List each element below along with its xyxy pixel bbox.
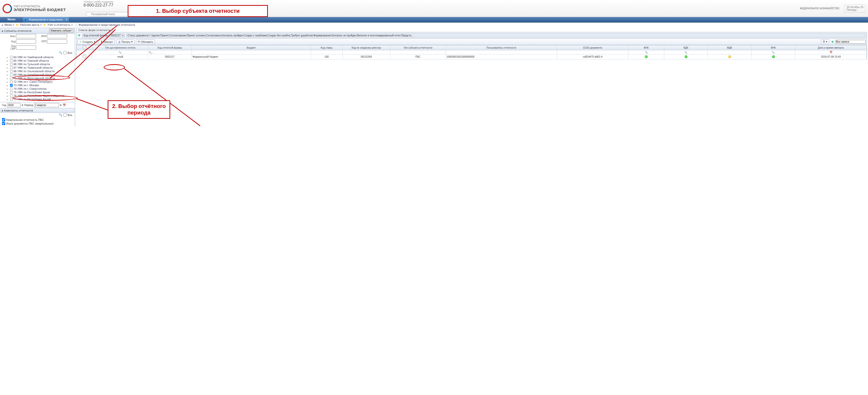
view-select[interactable] [836,40,866,44]
tree-item[interactable]: 77 УФК по Республике Алтай [7,97,74,101]
filter-code-input[interactable] [152,51,191,54]
col-subj[interactable]: Тип субъекта отчетности [390,45,446,50]
tree-checkbox[interactable] [10,63,13,66]
col-svod[interactable]: Код по сводному реестру [342,45,390,50]
col-glava[interactable]: Код главы [311,45,342,50]
col-code[interactable]: Код отчетной формы [148,45,191,50]
collapse-icon[interactable]: ▴ [2,109,3,112]
row-checkbox[interactable] [83,55,86,58]
col-budget[interactable]: Бюджет [191,45,311,50]
tab-formation[interactable]: 👥 Формирование и представле... ✕ [23,17,70,22]
tree-item[interactable]: 66 УФК по Тульской области [7,62,74,66]
filter-kpp-input[interactable] [47,39,67,44]
crumb-3[interactable]: Учет и отчетность [47,23,70,26]
column-filter-icon[interactable] [772,51,775,54]
col-date[interactable]: Дата и время импорта [795,45,867,50]
col-flk[interactable]: ФЛК [628,45,664,50]
column-filter-icon[interactable] [684,51,687,54]
filter-chip-status[interactable]: Статус документа = Удален;Принят;Согласо… [126,34,866,37]
tree-checkbox[interactable] [10,77,13,80]
tree-item[interactable]: 68 УФК по Ульяновской области [7,69,74,73]
tree-checkbox[interactable] [10,98,13,101]
funnel-icon[interactable]: ▼ [831,40,834,44]
expand-icon[interactable] [7,91,9,94]
tree-item[interactable]: 75 УФК по Республике Крым [7,90,74,94]
columns-button[interactable]: ☰▾ [821,39,829,44]
tree-item[interactable]: 73 УФК по г. Москве [7,83,74,87]
calendar-icon[interactable]: 📅 [830,51,832,54]
calendar-icon[interactable]: 📅 [63,104,66,107]
chip-close-icon[interactable]: ✕ [122,34,124,37]
filter-all-checkbox[interactable] [63,51,67,54]
crumb-4[interactable]: Формирование и представление отчетности [79,23,135,26]
tree-checkbox[interactable] [10,94,13,97]
tree-checkbox[interactable] [10,81,13,83]
tree-item[interactable]: 74 УФК по г. Севастополю [7,87,74,90]
expand-icon[interactable] [7,70,9,73]
col-vnk[interactable]: ВНК [751,45,795,50]
year-select[interactable] [7,103,21,107]
expand-icon[interactable] [7,63,9,66]
select-all-checkbox[interactable] [83,46,86,49]
expand-icon[interactable] [7,56,9,59]
menu-button[interactable]: Меню [0,17,23,22]
tree-checkbox[interactable] [10,84,13,87]
expand-icon[interactable] [7,98,9,101]
tree-checkbox[interactable] [10,56,13,59]
tree-item[interactable]: 69 УФК по Челябинской области [7,73,74,77]
tree-item[interactable]: 71 УФК по Ярославской области [7,77,74,80]
complect-item[interactable]: Квартальная отчетность ПБС [6,118,44,121]
complects-all-checkbox[interactable] [63,113,67,117]
search-icon[interactable]: 🔍 [59,51,62,54]
search-icon[interactable]: 🔍 [59,113,62,117]
col-guid[interactable]: GUID документа [557,45,628,50]
complect-checkbox[interactable] [2,118,5,121]
col-vdk[interactable]: ВДК [664,45,708,50]
refresh-button[interactable]: ⟳Обновить [136,39,155,44]
expand-icon[interactable] [7,59,9,62]
tree-checkbox[interactable] [10,66,13,69]
global-search-input[interactable] [86,12,131,16]
table-row[interactable]: чный 0503127 Федеральный бюджет 100 0013… [76,54,867,59]
expand-icon[interactable] [7,73,9,76]
crumb-2[interactable]: Рабочие места [20,23,39,26]
complects-panel-header[interactable]: ▴ Комплекты отчетности [0,108,74,113]
tree-item[interactable]: 72 УФК по г. Санкт-Петербургу [7,80,74,83]
col-type[interactable]: Тип доставленного отчета [92,45,148,50]
complect-checkbox[interactable] [2,122,5,125]
dropdown-icon[interactable]: ▾ [22,104,23,107]
funnel-icon[interactable]: ▼ [78,33,81,37]
tree-checkbox[interactable] [10,59,13,62]
tree-item[interactable]: 76 УФК по Республике Адыгея (Адыгея) [7,94,74,97]
crumb-1[interactable]: Меню [4,23,12,26]
period-select[interactable] [34,103,59,107]
subjects-panel-header[interactable]: ▴ Субъекты отчетности Изменить субъект [0,28,74,34]
expand-icon[interactable] [7,66,9,69]
tree-item[interactable]: 64 УФК по Тамбовской области [7,55,74,59]
print-button[interactable]: 🖨Печать▾ [116,39,134,44]
change-subject-button[interactable]: Изменить субъект [49,29,73,33]
column-filter-icon[interactable] [645,51,648,54]
filter-inn-input[interactable] [47,34,67,38]
tree-checkbox[interactable] [10,91,13,94]
tree-checkbox[interactable] [10,74,13,76]
tree-checkbox[interactable] [10,87,13,90]
collapse-icon[interactable]: ▴ [2,29,3,32]
filter-alt-input[interactable] [16,34,36,38]
expand-icon[interactable] [7,77,9,80]
col-mdk[interactable]: МДК [708,45,751,50]
content-tab[interactable]: Список форм отчетности [76,28,113,32]
expand-icon[interactable] [7,87,9,90]
tree-item[interactable]: 65 УФК по Томской области [7,59,74,62]
tree-checkbox[interactable] [10,70,13,73]
complect-item[interactable]: Иные документы ПБС (квартальные) [6,122,54,125]
expand-icon[interactable] [7,84,9,87]
filter-svr-input[interactable] [16,45,36,50]
filter-code-input[interactable] [16,39,36,44]
col-user[interactable]: Пользователь отчетности [446,45,557,50]
expand-icon[interactable] [7,94,9,97]
tab-close-icon[interactable]: ✕ [66,18,68,21]
column-filter-icon[interactable] [119,51,121,54]
expand-icon[interactable] [7,80,9,83]
column-filter-icon[interactable] [149,51,152,54]
